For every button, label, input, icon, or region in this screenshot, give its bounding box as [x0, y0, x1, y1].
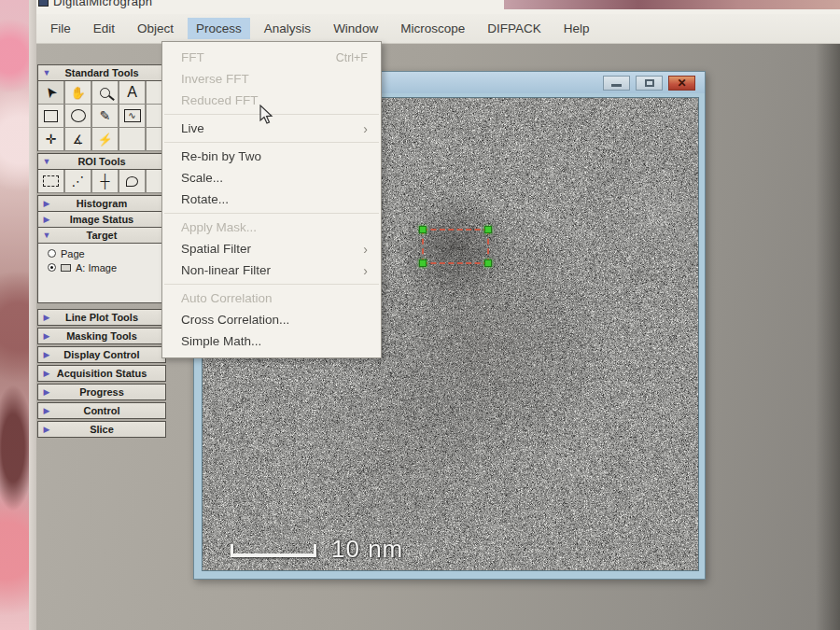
image-thumbnail-icon — [61, 264, 71, 272]
curve-roi-tool[interactable]: ⋰ — [64, 170, 91, 193]
close-button[interactable]: ✕ — [668, 76, 695, 91]
target-option-page[interactable]: Page — [38, 246, 165, 260]
menu-item-scale[interactable]: Scale... — [162, 167, 381, 189]
menu-object[interactable]: Object — [129, 18, 182, 39]
magnifier-icon — [100, 88, 110, 98]
pencil-tool[interactable]: ✎ — [91, 104, 119, 128]
submenu-arrow-icon: › — [363, 121, 368, 136]
radio-icon[interactable] — [48, 249, 56, 258]
maximize-icon — [645, 79, 654, 87]
panel-label: Acquisition Status — [38, 368, 165, 379]
menu-item-auto-correlation: Auto Correlation — [162, 287, 381, 309]
dotted-curve-icon: ⋰ — [72, 174, 85, 189]
rectangle-icon — [44, 110, 58, 122]
submenu-arrow-icon: › — [363, 242, 368, 257]
app-window-left-edge — [29, 0, 36, 630]
lasso-roi-tool[interactable] — [119, 170, 146, 193]
panel-label: Histogram — [38, 198, 165, 209]
scale-bar — [231, 544, 316, 557]
panel-label: Line Plot Tools — [38, 312, 165, 323]
menu-help[interactable]: Help — [555, 18, 598, 39]
target-icon: ✛ — [46, 132, 57, 147]
text-tool[interactable]: A — [119, 81, 146, 105]
menu-separator — [164, 284, 379, 285]
panel-progress[interactable]: ▶ Progress — [37, 384, 166, 400]
panel-standard-tools[interactable]: ▼ Standard Tools — [37, 64, 166, 81]
panel-label: Control — [38, 405, 165, 416]
target-option-label: Page — [61, 248, 85, 259]
standard-tools-grid: ➤ ✋ A ✎ ∿ ✛ ∡ ⚡ — [37, 81, 166, 151]
desktop-wallpaper-top — [504, 0, 840, 9]
roi-handle-top-left[interactable] — [419, 226, 427, 233]
maximize-button[interactable] — [636, 76, 663, 91]
menu-item-rotate[interactable]: Rotate... — [162, 189, 381, 210]
image-box-icon: ∿ — [124, 109, 141, 122]
panel-masking-tools[interactable]: ▶ Masking Tools — [37, 328, 166, 344]
panel-line-plot-tools[interactable]: ▶ Line Plot Tools — [37, 309, 166, 326]
hand-tool[interactable]: ✋ — [64, 81, 91, 105]
lightning-icon: ⚡ — [97, 133, 112, 147]
point-roi-tool[interactable]: ┼ — [91, 170, 119, 193]
panel-label: Target — [38, 230, 165, 241]
target-tool[interactable]: ✛ — [37, 127, 64, 151]
marquee-roi-tool[interactable] — [37, 170, 64, 193]
roi-handle-top-right[interactable] — [484, 226, 492, 233]
panel-histogram[interactable]: ▶ Histogram — [37, 195, 166, 212]
menu-item-inverse-fft: Inverse FFT — [162, 68, 381, 90]
menu-item-rebin-by-two[interactable]: Re-bin by Two — [162, 146, 381, 167]
mouse-cursor — [259, 105, 273, 129]
text-icon: A — [127, 84, 137, 101]
close-icon: ✕ — [677, 77, 686, 90]
menu-separator — [164, 213, 379, 214]
target-option-a-image[interactable]: A: Image — [38, 260, 165, 274]
dashed-rect-icon — [43, 175, 59, 187]
menu-window[interactable]: Window — [325, 18, 386, 39]
panel-roi-tools[interactable]: ▼ ROI Tools — [37, 153, 166, 170]
app-title: DigitalMicrograph — [53, 0, 152, 8]
panel-image-status[interactable]: ▶ Image Status — [37, 211, 166, 228]
roi-selection[interactable] — [422, 229, 489, 264]
menu-edit[interactable]: Edit — [85, 18, 123, 39]
roi-handle-bottom-right[interactable] — [484, 259, 492, 267]
menu-microscope[interactable]: Microscope — [392, 18, 473, 39]
panel-label: Standard Tools — [38, 67, 165, 78]
menu-item-non-linear-filter[interactable]: Non-linear Filter › — [162, 259, 381, 281]
submenu-arrow-icon: › — [363, 263, 368, 278]
menu-bar: File Edit Object Process Analysis Window… — [36, 14, 840, 44]
menu-difpack[interactable]: DIFPACK — [479, 18, 550, 39]
panel-acquisition-status[interactable]: ▶ Acquisition Status — [37, 365, 166, 382]
menu-file[interactable]: File — [42, 18, 79, 39]
panel-label: ROI Tools — [38, 156, 165, 167]
desktop-wallpaper-left — [0, 0, 29, 630]
image-display-tool[interactable]: ∿ — [119, 104, 146, 128]
menu-item-simple-math[interactable]: Simple Math... — [162, 330, 381, 352]
oval-icon — [71, 109, 86, 122]
menu-process[interactable]: Process — [188, 18, 250, 39]
angle-measure-icon: ∡ — [73, 133, 84, 147]
menu-item-cross-correlation[interactable]: Cross Correlation... — [162, 309, 381, 330]
oval-roi-tool[interactable] — [64, 104, 91, 128]
rect-roi-tool[interactable] — [37, 104, 64, 128]
target-option-label: A: Image — [76, 262, 117, 273]
crosshair-icon: ┼ — [101, 174, 110, 189]
panel-label: Masking Tools — [38, 330, 165, 342]
app-icon — [38, 0, 49, 7]
panel-target[interactable]: ▼ Target — [37, 227, 166, 244]
minimize-button[interactable] — [603, 76, 630, 91]
menu-item-fft: FFT Ctrl+F — [162, 47, 381, 68]
radio-selected-icon[interactable] — [48, 263, 56, 272]
measure-tool[interactable]: ∡ — [64, 127, 91, 151]
menu-analysis[interactable]: Analysis — [256, 18, 319, 39]
panel-slice[interactable]: ▶ Slice — [37, 421, 166, 438]
roi-handle-bottom-left[interactable] — [419, 259, 427, 267]
panel-control[interactable]: ▶ Control — [37, 402, 166, 419]
menu-item-spatial-filter[interactable]: Spatial Filter › — [162, 238, 381, 259]
scale-bar-label: 10 nm — [331, 535, 403, 564]
panel-display-control[interactable]: ▶ Display Control — [37, 346, 166, 363]
profile-tool[interactable]: ⚡ — [91, 127, 119, 151]
roi-tools-grid: ⋰ ┼ — [37, 170, 166, 193]
pointer-tool[interactable]: ➤ — [37, 81, 64, 105]
menu-item-apply-mask: Apply Mask... — [162, 217, 381, 238]
zoom-tool[interactable] — [91, 81, 119, 105]
lasso-icon — [126, 176, 138, 187]
